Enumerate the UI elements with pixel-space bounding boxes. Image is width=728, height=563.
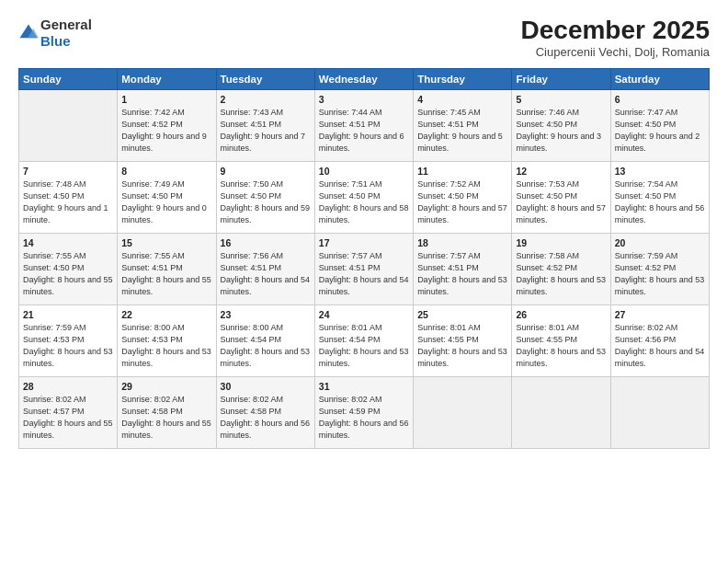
cell-2-4: 18Sunrise: 7:57 AMSunset: 4:51 PMDayligh… [414,233,512,304]
cell-2-0: 14Sunrise: 7:55 AMSunset: 4:50 PMDayligh… [19,233,118,304]
cell-2-3: 17Sunrise: 7:57 AMSunset: 4:51 PMDayligh… [314,233,413,304]
header-tuesday: Tuesday [216,68,314,89]
logo-text: General Blue [40,17,92,50]
day-number: 23 [221,309,311,320]
week-row-0: 1Sunrise: 7:42 AMSunset: 4:52 PMDaylight… [19,89,710,161]
day-info: Sunrise: 7:57 AMSunset: 4:51 PMDaylight:… [417,250,507,298]
day-number: 8 [121,166,211,177]
day-number: 17 [319,237,409,248]
cell-0-4: 4Sunrise: 7:45 AMSunset: 4:51 PMDaylight… [414,89,512,161]
day-info: Sunrise: 8:01 AMSunset: 4:54 PMDaylight:… [319,322,409,370]
logo-blue: Blue [40,33,71,49]
cell-4-3: 31Sunrise: 8:02 AMSunset: 4:59 PMDayligh… [314,376,413,448]
cell-4-1: 29Sunrise: 8:02 AMSunset: 4:58 PMDayligh… [118,376,216,448]
cell-4-6 [610,376,709,448]
cell-2-6: 20Sunrise: 7:59 AMSunset: 4:52 PMDayligh… [610,233,709,304]
day-info: Sunrise: 7:59 AMSunset: 4:53 PMDaylight:… [23,322,113,370]
location: Ciupercenii Vechi, Dolj, Romania [521,45,710,59]
day-info: Sunrise: 8:02 AMSunset: 4:59 PMDaylight:… [319,394,409,442]
day-info: Sunrise: 7:49 AMSunset: 4:50 PMDaylight:… [121,178,211,226]
logo-icon [18,23,39,43]
cell-4-4 [414,376,512,448]
cell-1-4: 11Sunrise: 7:52 AMSunset: 4:50 PMDayligh… [414,161,512,233]
day-info: Sunrise: 7:54 AMSunset: 4:50 PMDaylight:… [615,178,705,226]
day-info: Sunrise: 7:44 AMSunset: 4:51 PMDaylight:… [319,107,409,155]
cell-3-0: 21Sunrise: 7:59 AMSunset: 4:53 PMDayligh… [19,304,118,376]
day-info: Sunrise: 7:57 AMSunset: 4:51 PMDaylight:… [319,250,409,298]
cell-2-1: 15Sunrise: 7:55 AMSunset: 4:51 PMDayligh… [118,233,216,304]
day-number: 14 [23,237,113,248]
cell-0-6: 6Sunrise: 7:47 AMSunset: 4:50 PMDaylight… [610,89,709,161]
day-info: Sunrise: 7:59 AMSunset: 4:52 PMDaylight:… [615,250,705,298]
day-info: Sunrise: 7:47 AMSunset: 4:50 PMDaylight:… [615,107,705,155]
header-saturday: Saturday [610,68,709,89]
cell-3-6: 27Sunrise: 8:02 AMSunset: 4:56 PMDayligh… [610,304,709,376]
week-row-1: 7Sunrise: 7:48 AMSunset: 4:50 PMDaylight… [19,161,710,233]
day-number: 20 [615,237,705,248]
header-monday: Monday [118,68,216,89]
day-number: 11 [417,166,507,177]
day-number: 24 [319,309,409,320]
logo: General Blue [18,17,92,50]
day-info: Sunrise: 7:55 AMSunset: 4:51 PMDaylight:… [121,250,211,298]
day-number: 10 [319,166,409,177]
cell-1-0: 7Sunrise: 7:48 AMSunset: 4:50 PMDaylight… [19,161,118,233]
cell-0-0 [19,89,118,161]
cell-4-5 [512,376,610,448]
day-number: 13 [615,166,705,177]
cell-4-0: 28Sunrise: 8:02 AMSunset: 4:57 PMDayligh… [19,376,118,448]
day-number: 29 [121,381,211,392]
day-number: 12 [516,166,606,177]
day-number: 18 [417,237,507,248]
cell-3-5: 26Sunrise: 8:01 AMSunset: 4:55 PMDayligh… [512,304,610,376]
day-number: 3 [319,94,409,105]
month-title: December 2025 [521,17,710,45]
day-info: Sunrise: 8:01 AMSunset: 4:55 PMDaylight:… [417,322,507,370]
day-number: 5 [516,94,606,105]
logo-general: General [40,17,92,32]
header: General Blue December 2025 Ciupercenii V… [18,17,710,59]
week-row-3: 21Sunrise: 7:59 AMSunset: 4:53 PMDayligh… [19,304,710,376]
day-number: 25 [417,309,507,320]
day-info: Sunrise: 8:02 AMSunset: 4:57 PMDaylight:… [23,394,113,442]
day-info: Sunrise: 7:46 AMSunset: 4:50 PMDaylight:… [516,107,606,155]
day-info: Sunrise: 7:45 AMSunset: 4:51 PMDaylight:… [417,107,507,155]
day-number: 26 [516,309,606,320]
cell-0-2: 2Sunrise: 7:43 AMSunset: 4:51 PMDaylight… [216,89,314,161]
day-number: 6 [615,94,705,105]
calendar-table: SundayMondayTuesdayWednesdayThursdayFrid… [18,68,710,449]
cell-3-2: 23Sunrise: 8:00 AMSunset: 4:54 PMDayligh… [216,304,314,376]
day-info: Sunrise: 8:02 AMSunset: 4:58 PMDaylight:… [121,394,211,442]
day-info: Sunrise: 7:55 AMSunset: 4:50 PMDaylight:… [23,250,113,298]
day-info: Sunrise: 7:48 AMSunset: 4:50 PMDaylight:… [23,178,113,226]
day-number: 2 [221,94,311,105]
cell-4-2: 30Sunrise: 8:02 AMSunset: 4:58 PMDayligh… [216,376,314,448]
day-info: Sunrise: 7:58 AMSunset: 4:52 PMDaylight:… [516,250,606,298]
day-number: 31 [319,381,409,392]
page: General Blue December 2025 Ciupercenii V… [0,0,728,563]
day-info: Sunrise: 8:01 AMSunset: 4:55 PMDaylight:… [516,322,606,370]
header-wednesday: Wednesday [314,68,413,89]
cell-3-4: 25Sunrise: 8:01 AMSunset: 4:55 PMDayligh… [414,304,512,376]
header-friday: Friday [512,68,610,89]
day-info: Sunrise: 8:00 AMSunset: 4:54 PMDaylight:… [221,322,311,370]
cell-2-5: 19Sunrise: 7:58 AMSunset: 4:52 PMDayligh… [512,233,610,304]
day-info: Sunrise: 8:02 AMSunset: 4:56 PMDaylight:… [615,322,705,370]
day-info: Sunrise: 7:42 AMSunset: 4:52 PMDaylight:… [121,107,211,155]
day-number: 22 [121,309,211,320]
cell-1-1: 8Sunrise: 7:49 AMSunset: 4:50 PMDaylight… [118,161,216,233]
day-info: Sunrise: 8:02 AMSunset: 4:58 PMDaylight:… [221,394,311,442]
day-number: 4 [417,94,507,105]
cell-0-3: 3Sunrise: 7:44 AMSunset: 4:51 PMDaylight… [314,89,413,161]
title-block: December 2025 Ciupercenii Vechi, Dolj, R… [521,17,710,59]
day-number: 21 [23,309,113,320]
cell-2-2: 16Sunrise: 7:56 AMSunset: 4:51 PMDayligh… [216,233,314,304]
day-number: 1 [121,94,211,105]
day-number: 30 [221,381,311,392]
header-sunday: Sunday [19,68,118,89]
week-row-4: 28Sunrise: 8:02 AMSunset: 4:57 PMDayligh… [19,376,710,448]
header-row: SundayMondayTuesdayWednesdayThursdayFrid… [19,68,710,89]
cell-3-1: 22Sunrise: 8:00 AMSunset: 4:53 PMDayligh… [118,304,216,376]
header-thursday: Thursday [414,68,512,89]
day-info: Sunrise: 7:52 AMSunset: 4:50 PMDaylight:… [417,178,507,226]
